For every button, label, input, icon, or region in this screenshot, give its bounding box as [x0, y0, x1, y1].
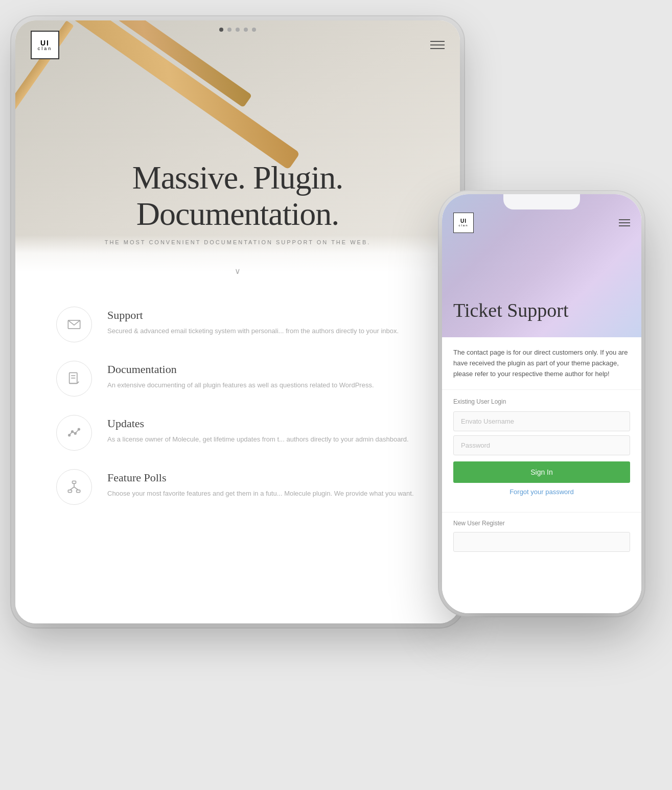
feature-title-support: Support: [107, 309, 399, 322]
feature-item-polls: Feature Polls Choose your most favorite …: [56, 469, 419, 505]
feature-icon-support: [56, 307, 92, 342]
tablet-device: UI clan Massive. Plugin. Documentation. …: [15, 20, 460, 623]
sign-in-button[interactable]: Sign In: [453, 461, 630, 483]
tablet-screen: UI clan Massive. Plugin. Documentation. …: [15, 20, 460, 623]
forgot-password-link[interactable]: Forgot your password: [453, 488, 630, 496]
phone-logo-clan: clan: [458, 224, 468, 227]
login-section-label: Existing User Login: [453, 398, 630, 405]
svg-rect-9: [68, 490, 72, 493]
feature-title-polls: Feature Polls: [107, 471, 414, 484]
feature-icon-updates: [56, 415, 92, 451]
phone-screen: UI clan Ticket Support The contact page …: [442, 194, 641, 613]
hamburger-line-2: [430, 44, 445, 45]
svg-line-12: [70, 487, 74, 490]
phone-description: The contact page is for our direct custo…: [442, 337, 641, 390]
tablet-hero-subtitle: THE MOST CONVENIENT DOCUMENTATION SUPPOR…: [59, 239, 416, 245]
register-section-label: New User Register: [453, 520, 630, 527]
feature-text-documentation: Documentation An extensive documenting o…: [107, 361, 374, 391]
feature-title-documentation: Documentation: [107, 363, 374, 376]
feature-title-updates: Updates: [107, 417, 409, 430]
hero-dots: [219, 28, 256, 32]
hamburger-line-1: [430, 41, 445, 42]
feature-text-support: Support Secured & advanced email ticketi…: [107, 307, 399, 337]
svg-line-13: [74, 487, 78, 490]
chart-icon: [67, 426, 81, 440]
svg-point-4: [68, 434, 71, 436]
phone-logo-ui: UI: [460, 219, 467, 224]
hero-dot-3[interactable]: [236, 28, 240, 32]
phone-nav: UI clan: [442, 213, 641, 233]
tablet-hamburger-icon[interactable]: [430, 41, 445, 49]
hamburger-line-3: [430, 48, 445, 49]
tablet-hero-content: Massive. Plugin. Documentation. THE MOST…: [59, 160, 416, 245]
tablet-hero: UI clan Massive. Plugin. Documentation. …: [15, 20, 460, 286]
svg-rect-8: [73, 481, 76, 483]
svg-point-7: [78, 428, 80, 430]
feature-desc-updates: As a license owner of Molecule, get life…: [107, 434, 409, 445]
username-input[interactable]: [453, 411, 630, 431]
book-icon: [67, 371, 81, 386]
svg-rect-10: [77, 490, 80, 493]
phone-logo[interactable]: UI clan: [453, 213, 474, 233]
feature-desc-support: Secured & advanced email ticketing syste…: [107, 326, 399, 337]
logo-ui-text: UI: [40, 39, 50, 47]
svg-point-5: [72, 431, 74, 433]
hero-dot-2[interactable]: [227, 28, 231, 32]
feature-icon-documentation: [56, 361, 92, 397]
feature-text-updates: Updates As a license owner of Molecule, …: [107, 415, 409, 445]
hero-dot-5[interactable]: [252, 28, 256, 32]
register-input[interactable]: [453, 532, 630, 552]
feature-text-polls: Feature Polls Choose your most favorite …: [107, 469, 414, 499]
envelope-icon: [67, 317, 81, 332]
hero-dot-1[interactable]: [219, 28, 223, 32]
feature-item-documentation: Documentation An extensive documenting o…: [56, 361, 419, 397]
hero-arrow-icon[interactable]: ∨: [235, 266, 241, 276]
tablet-hero-title: Massive. Plugin. Documentation.: [59, 160, 416, 232]
register-section: New User Register: [442, 512, 641, 560]
feature-item-support: Support Secured & advanced email ticketi…: [56, 307, 419, 342]
tablet-content: Support Secured & advanced email ticketi…: [15, 286, 460, 623]
login-section: Existing User Login Sign In Forgot your …: [442, 390, 641, 512]
phone-hamburger-line-1: [619, 219, 630, 220]
phone-device: UI clan Ticket Support The contact page …: [442, 194, 641, 613]
tablet-logo[interactable]: UI clan: [31, 31, 59, 59]
feature-desc-documentation: An extensive documenting of all plugin f…: [107, 380, 374, 391]
phone-hero-title: Ticket Support: [453, 299, 569, 322]
phone-notch: [503, 194, 580, 210]
svg-point-6: [75, 432, 77, 434]
feature-item-updates: Updates As a license owner of Molecule, …: [56, 415, 419, 451]
phone-hamburger-line-2: [619, 222, 630, 223]
hero-dot-4[interactable]: [244, 28, 248, 32]
phone-hero: UI clan Ticket Support: [442, 194, 641, 337]
feature-desc-polls: Choose your most favorite features and g…: [107, 489, 414, 499]
network-icon: [67, 480, 81, 494]
logo-clan-text: clan: [38, 47, 53, 51]
feature-icon-polls: [56, 469, 92, 505]
phone-content: The contact page is for our direct custo…: [442, 337, 641, 613]
phone-hamburger-line-3: [619, 225, 630, 226]
password-input[interactable]: [453, 435, 630, 455]
phone-hamburger-icon[interactable]: [619, 219, 630, 226]
